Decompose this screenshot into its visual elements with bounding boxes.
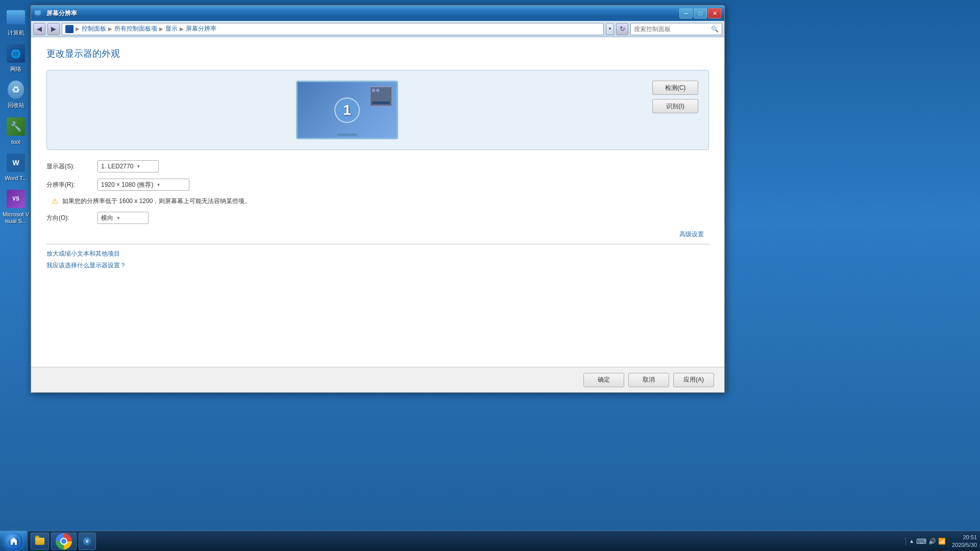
taskbar-item-chrome[interactable] [51, 533, 77, 550]
orientation-dropdown[interactable]: 横向 ▼ [97, 212, 149, 224]
action-buttons: 检测(C) 识别(I) [652, 81, 698, 113]
resolution-control: 980 × 551 (推荐) ▼ [97, 179, 189, 191]
computer-icon [6, 7, 26, 28]
orientation-setting-row: 方向(O): 横向 ▼ [46, 212, 709, 224]
display-setting-row: 显示器(S): 1. LED2770 ▼ [46, 160, 709, 172]
desktop-icon-network[interactable]: 🌐 网络 [1, 41, 31, 74]
apply-button[interactable]: 应用(A) [673, 373, 714, 387]
desktop-icon-tool[interactable]: 🔧 tool [1, 114, 31, 147]
monitor-section: 1 检测(C) [46, 70, 709, 150]
recycle-bin-icon: ♻ [6, 80, 26, 100]
search-box: 🔍 [630, 23, 722, 35]
resolution-label: 分辨率(R): [46, 181, 97, 189]
warning-icon: ⚠ [52, 197, 58, 205]
breadcrumb-separator-3: ▶ [180, 26, 184, 32]
taskbar: e ▲ ⌨ 🔊 📶 20:51 2020/5/30 [0, 531, 980, 551]
display-dropdown[interactable]: 1. LED2770 ▼ [97, 160, 159, 172]
chrome-icon [56, 533, 72, 549]
network-tray-icon[interactable]: 📶 [938, 538, 946, 545]
mini-icon-1 [372, 89, 375, 92]
breadcrumb-separator-1: ▶ [108, 26, 112, 32]
desktop: 计算机 🌐 网络 ♻ 回收站 🔧 tool W Word T... [0, 0, 980, 551]
orientation-label: 方向(O): [46, 214, 97, 222]
taskbar-item-ie[interactable]: e [79, 533, 96, 550]
window-content: 更改显示器的外观 1 [31, 37, 724, 392]
clock-time: 20:51 [952, 534, 977, 541]
network-icon: 🌐 [6, 43, 26, 64]
display-label: 显示器(S): [46, 162, 97, 171]
desktop-icon-label-network: 网络 [10, 66, 21, 72]
ok-button[interactable]: 确定 [583, 373, 624, 387]
clock[interactable]: 20:51 2020/5/30 [949, 534, 980, 548]
word-icon: W [6, 153, 26, 173]
resolution-value: 980 × 551 (推荐) [101, 181, 153, 189]
identify-button[interactable]: 识别(I) [652, 99, 698, 113]
display-value: 1. LED2770 [101, 163, 133, 170]
breadcrumb-control-panel[interactable]: 控制面板 [82, 24, 106, 33]
folder-icon [35, 538, 44, 545]
page-title: 更改显示器的外观 [46, 47, 709, 60]
close-button[interactable]: ✕ [708, 8, 721, 18]
breadcrumb-display[interactable]: 显示 [165, 24, 178, 33]
forward-button[interactable]: ▶ [47, 23, 60, 35]
cancel-button[interactable]: 取消 [628, 373, 669, 387]
resolution-dropdown[interactable]: 980 × 551 (推荐) ▼ [97, 179, 189, 191]
enlarge-text-link[interactable]: 放大或缩小文本和其他项目 [46, 249, 709, 258]
breadcrumb-resolution[interactable]: 屏幕分辨率 [186, 24, 216, 33]
desktop-icon-label-recycle: 回收站 [8, 102, 24, 109]
desktop-icon-word[interactable]: W Word T... [1, 151, 31, 184]
monitor-mini-preview [370, 86, 393, 107]
content-main: 更改显示器的外观 1 [31, 37, 724, 367]
desktop-icon-vs[interactable]: VS Microsot Visual S... [1, 187, 31, 227]
window-icon [34, 9, 42, 17]
breadcrumb-separator-2: ▶ [159, 26, 163, 32]
window-title: 屏幕分辨率 [46, 9, 677, 18]
title-bar: 屏幕分辨率 ─ □ ✕ [31, 6, 724, 21]
detect-button[interactable]: 检测(C) [652, 81, 698, 95]
visual-studio-icon: VS [6, 189, 26, 209]
orientation-dropdown-arrow: ▼ [116, 216, 120, 220]
mini-icon-row [372, 89, 390, 92]
desktop-icons-panel: 计算机 🌐 网络 ♻ 回收站 🔧 tool W Word T... [0, 0, 32, 388]
refresh-button[interactable]: ↻ [616, 23, 628, 35]
orientation-value: 横向 [101, 214, 113, 222]
desktop-icon-label-tool: tool [11, 139, 20, 145]
advanced-settings-link[interactable]: 高级设置 [46, 230, 709, 239]
monitor-preview[interactable]: 1 [296, 81, 398, 139]
settings-section: 显示器(S): 1. LED2770 ▼ 分辨率(R): [46, 160, 709, 224]
desktop-icon-recycle[interactable]: ♻ 回收站 [1, 78, 31, 111]
svg-rect-1 [37, 15, 39, 16]
desktop-icon-computer[interactable]: 计算机 [1, 5, 31, 38]
start-orb [5, 532, 23, 550]
mini-icon-2 [376, 89, 379, 92]
help-link[interactable]: 我应该选择什么显示器设置？ [46, 261, 709, 270]
dialog-buttons: 确定 取消 应用(A) [31, 367, 724, 392]
resolution-dropdown-arrow: ▼ [156, 183, 160, 187]
tray-expand[interactable]: ▲ [909, 538, 914, 544]
address-dropdown[interactable]: ▼ [606, 23, 614, 35]
back-button[interactable]: ◀ [33, 23, 45, 35]
monitor-number-badge: 1 [334, 97, 360, 123]
search-icon[interactable]: 🔍 [711, 26, 719, 33]
volume-icon[interactable]: 🔊 [928, 538, 936, 545]
breadcrumb-all-items[interactable]: 所有控制面板项 [114, 24, 157, 33]
search-input[interactable] [634, 26, 711, 33]
orientation-control: 横向 ▼ [97, 212, 149, 224]
desktop-icon-label-vs: Microsot Visual S... [3, 211, 29, 224]
breadcrumb-path: ▶ 控制面板 ▶ 所有控制面板项 ▶ 显示 ▶ 屏幕分辨率 [62, 23, 604, 35]
taskbar-items: e [28, 531, 905, 551]
desktop-icon-label-word: Word T... [5, 175, 27, 182]
links-section: 放大或缩小文本和其他项目 我应该选择什么显示器设置？ [46, 249, 709, 270]
minimize-button[interactable]: ─ [679, 8, 693, 18]
clock-date: 2020/5/30 [952, 541, 977, 548]
mini-taskbar [372, 102, 390, 104]
svg-rect-2 [36, 16, 41, 16]
chrome-inner [60, 538, 67, 545]
tool-icon: 🔧 [6, 116, 26, 137]
maximize-button[interactable]: □ [694, 8, 707, 18]
warning-row: ⚠ 如果您的分辨率低于 1600 x 1200，则屏幕幕上可能无法容纳某些项。 [52, 197, 709, 206]
ie-icon: e [83, 537, 91, 545]
taskbar-item-explorer[interactable] [31, 533, 49, 550]
desktop-icon-label-computer: 计算机 [8, 30, 24, 36]
start-button[interactable] [0, 531, 28, 552]
